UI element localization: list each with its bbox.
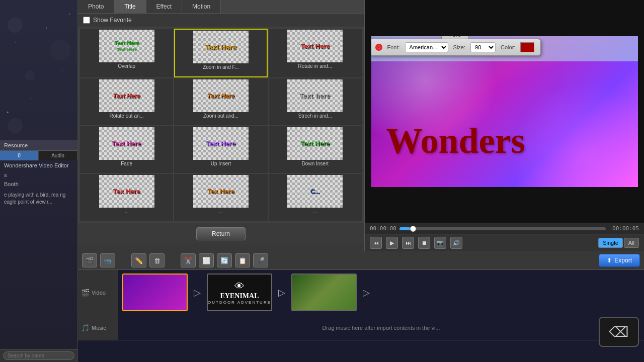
font-size-select[interactable]: 90: [470, 42, 496, 52]
font-select[interactable]: American...: [405, 42, 448, 52]
tab-photo[interactable]: Photo: [78, 0, 114, 13]
btn-screenshot[interactable]: 📷: [434, 237, 446, 249]
effect-rotatein[interactable]: Text Here Rotate in and...: [269, 29, 362, 77]
transition-3[interactable]: ▷: [359, 285, 374, 300]
backspace-icon: ⌫: [609, 324, 629, 340]
music-drop-area[interactable]: Drag music here after import contents in…: [118, 325, 644, 331]
sidebar-preview: [0, 0, 77, 140]
effect-upinsert[interactable]: Text Here Up Insert: [174, 126, 267, 173]
btn-audio[interactable]: 🔊: [450, 237, 462, 249]
btn-all[interactable]: All: [624, 238, 639, 248]
tl-btn-media[interactable]: 🎬: [82, 253, 97, 267]
preview-video-inner: Wonders Font × Font: American... Size: 9…: [371, 36, 638, 187]
effect-partial2[interactable]: Tex Here ...: [174, 174, 267, 221]
btn-stop[interactable]: ⏹: [418, 237, 430, 249]
effect-downinsert[interactable]: Text Here Down Insert: [269, 126, 362, 173]
eyenimal-text: EYENIMAL: [220, 292, 259, 300]
export-button[interactable]: ⬆ Export: [599, 254, 640, 267]
effect-label-rotatein: Rotate in and...: [298, 63, 332, 69]
clip-eyenimal[interactable]: 👁 EYENIMAL OUTDOOR ADVENTURE: [207, 274, 272, 311]
effect-partial1[interactable]: Tex Here ...: [80, 174, 173, 221]
effect-label-rotateout: Rotate out an...: [109, 113, 143, 119]
effect-zoomin[interactable]: Text Here Zoom in and F...: [174, 29, 267, 77]
left-sidebar: Resource 0 Audio Wondershare Video Edito…: [0, 0, 78, 362]
tab-title[interactable]: Title: [114, 0, 146, 13]
effect-label-strech: Strech in and...: [298, 113, 332, 119]
sidebar-item-booth[interactable]: Booth: [0, 179, 77, 189]
tl-btn-overlay[interactable]: 📋: [235, 253, 250, 267]
eyenimal-sub: OUTDOOR ADVENTURE: [208, 300, 271, 305]
tab-effect[interactable]: Effect: [146, 0, 182, 13]
effect-label-partial2: ...: [219, 209, 223, 214]
color-label: Color:: [501, 44, 515, 50]
show-favorite-checkbox[interactable]: [83, 17, 90, 24]
tl-btn-rotate[interactable]: 🔄: [217, 253, 232, 267]
clip-purple[interactable]: [122, 274, 188, 311]
show-favorite-row: Show Favorite: [78, 14, 364, 27]
show-favorite-label: Show Favorite: [93, 17, 132, 24]
effect-rotateout[interactable]: Text Here Rotate out an...: [80, 78, 173, 125]
sidebar-search-area: [0, 349, 77, 362]
transition-1[interactable]: ▷: [190, 285, 205, 300]
effect-label-zoomout: Zoom out and...: [203, 113, 238, 119]
font-color-picker[interactable]: [520, 42, 534, 52]
btn-rewind[interactable]: ⏮: [370, 237, 382, 249]
preview-video: Wonders Font × Font: American... Size: 9…: [365, 0, 644, 223]
sidebar-tabs: 0 Audio: [0, 151, 77, 160]
video-track: 🎬 Video ▷ 👁 EYENIMAL OUTDOOR ADVENTURE: [78, 270, 644, 315]
effect-label-downinsert: Down Insert: [302, 161, 329, 166]
tl-btn-video[interactable]: 📹: [100, 253, 115, 267]
title-effects-panel: Photo Title Effect Motion Show Favorite …: [78, 0, 365, 251]
preview-wonders-text: Wonders: [386, 120, 525, 162]
sidebar-text-block: e playing with a bird, rea ng eagle poin…: [0, 189, 77, 209]
export-label: Export: [614, 257, 632, 264]
btn-single[interactable]: Single: [598, 238, 623, 248]
font-dialog: Font × Font: American... Size: 90 Color:: [371, 39, 541, 56]
top-section: Photo Title Effect Motion Show Favorite …: [78, 0, 644, 251]
resource-label: Resource: [4, 142, 28, 148]
sidebar-item-s[interactable]: s: [0, 170, 77, 179]
return-button[interactable]: Return: [196, 227, 246, 240]
effect-label-fade: Fade: [121, 161, 132, 166]
sidebar-resource-label: Resource: [0, 140, 77, 151]
progress-thumb[interactable]: [410, 226, 416, 232]
tl-btn-trim[interactable]: ⬜: [199, 253, 214, 267]
btn-forward[interactable]: ⏭: [402, 237, 414, 249]
search-input[interactable]: [3, 351, 74, 360]
video-track-content: ▷ 👁 EYENIMAL OUTDOOR ADVENTURE ▷ ▷: [118, 270, 644, 315]
playback-controls: ⏮ ▶ ⏭ ⏹ 📷 🔊 Single All: [365, 234, 644, 251]
music-track-label: 🎵 Music: [78, 315, 118, 340]
tl-btn-delete[interactable]: 🗑: [149, 253, 165, 267]
bottom-timeline: 🎬 📹 ✏️ 🗑 ✂️ ⬜ 🔄 📋 🎤 ⬆ Export 🎬 Vide: [78, 251, 644, 362]
font-dialog-close[interactable]: ×: [375, 44, 382, 51]
sidebar-tab-audio[interactable]: Audio: [39, 151, 77, 160]
effect-label-partial3: ...: [313, 209, 317, 214]
export-icon: ⬆: [607, 257, 612, 264]
effect-strech[interactable]: Text here Strech in and...: [269, 78, 362, 125]
size-label: Size:: [453, 44, 465, 50]
tl-btn-cut[interactable]: ✂️: [181, 253, 196, 267]
effect-zoomout[interactable]: Text Here Zoom out and...: [174, 78, 267, 125]
time-end: -00:00:05: [609, 225, 639, 232]
return-btn-area: Return: [78, 223, 364, 244]
video-label: Video: [92, 290, 106, 296]
backspace-badge[interactable]: ⌫: [599, 317, 639, 347]
progress-bar[interactable]: [399, 227, 606, 230]
clip-nature[interactable]: [291, 274, 357, 311]
btn-play[interactable]: ▶: [386, 237, 398, 249]
font-label: Font:: [387, 44, 400, 50]
effect-label-upinsert: Up Insert: [211, 161, 231, 166]
tab-motion[interactable]: Motion: [182, 0, 221, 13]
timeline-controls: 00:00:00 -00:00:05: [365, 223, 644, 234]
tl-btn-edit[interactable]: ✏️: [131, 253, 146, 267]
tl-btn-mic[interactable]: 🎤: [253, 253, 268, 267]
sidebar-tab-0[interactable]: 0: [0, 151, 39, 160]
timeline-toolbar: 🎬 📹 ✏️ 🗑 ✂️ ⬜ 🔄 📋 🎤 ⬆ Export: [78, 251, 644, 270]
effect-fade[interactable]: Text Here Fade: [80, 126, 173, 173]
effect-partial3[interactable]: C... ...: [269, 174, 362, 221]
effect-overlap[interactable]: Text HereText Here Overlap: [80, 29, 173, 77]
transition-2[interactable]: ▷: [274, 285, 289, 300]
sidebar-app-name: Wondershare Video Editor: [0, 160, 77, 170]
video-track-label: 🎬 Video: [78, 270, 118, 315]
music-track: 🎵 Music Drag music here after import con…: [78, 315, 644, 340]
